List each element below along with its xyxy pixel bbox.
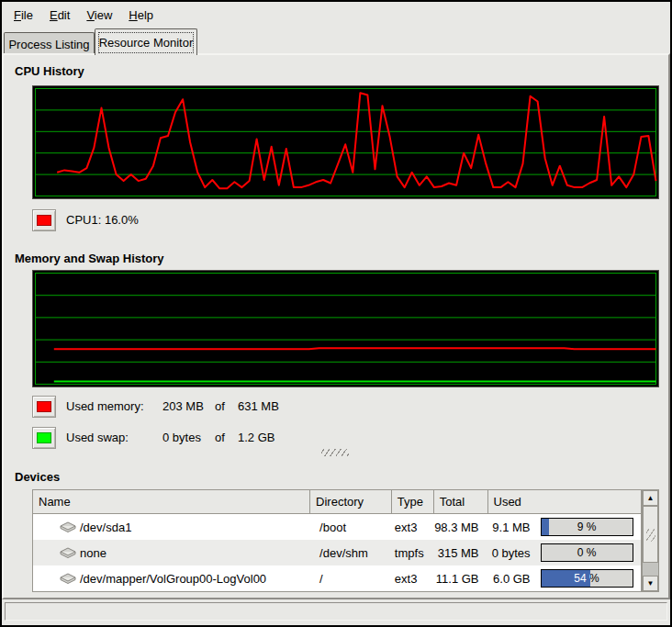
column-header-name[interactable]: Name [33, 490, 310, 513]
cpu-history-graph [32, 85, 659, 199]
device-used: 0 bytes [488, 546, 531, 560]
device-type: ext3 [392, 521, 434, 534]
tab-process-listing[interactable]: Process Listing [4, 32, 95, 55]
device-row-sda1[interactable]: /dev/sda1 /boot ext3 98.3 MB 9.1 MB 9 % … [33, 514, 641, 540]
used-swap-of: of [215, 427, 238, 449]
used-memory-total: 631 MB [238, 396, 279, 418]
device-type: ext3 [392, 572, 434, 586]
menu-file[interactable]: File [6, 6, 41, 25]
device-total: 11.1 GB [434, 572, 488, 586]
column-header-total[interactable]: Total [434, 490, 488, 513]
device-total: 315 MB [434, 546, 488, 560]
used-swap-color-swatch-icon [37, 432, 51, 443]
devices-table-header: Name Directory Type Total Used [33, 490, 641, 514]
devices-vertical-scrollbar[interactable]: ▲ ▼ [642, 489, 659, 592]
tab-strip: Process Listing Resource Monitor [2, 28, 670, 54]
system-monitor-window: File Edit View Help Process Listing Reso… [0, 0, 672, 627]
devices-title: Devices [15, 470, 60, 484]
devices-table: Name Directory Type Total Used /dev/sda1… [32, 489, 642, 592]
used-memory-color-swatch-icon [37, 401, 51, 412]
column-header-type[interactable]: Type [392, 490, 434, 513]
device-row-volgroup[interactable]: /dev/mapper/VolGroup00-LogVol00 / ext3 1… [33, 565, 641, 591]
cpu1-color-swatch-icon [37, 215, 51, 226]
scroll-up-arrow-icon[interactable]: ▲ [643, 490, 658, 506]
column-header-directory[interactable]: Directory [310, 490, 392, 513]
used-memory-of: of [215, 396, 238, 418]
memory-swap-title: Memory and Swap History [15, 252, 164, 265]
pane-resize-grip[interactable] [321, 449, 349, 456]
used-memory-legend: Used memory: 203 MB of 631 MB [66, 396, 279, 418]
disk-icon [60, 521, 76, 533]
disk-icon [60, 572, 76, 585]
device-name: /dev/sda1 [80, 521, 131, 534]
statusbar [5, 602, 667, 621]
disk-icon [60, 546, 76, 559]
menu-edit[interactable]: Edit [41, 6, 78, 25]
device-directory: /dev/shm [310, 546, 392, 560]
memory-swap-graph [32, 270, 659, 387]
device-row-none[interactable]: none /dev/shm tmpfs 315 MB 0 bytes 0 % 0… [33, 540, 641, 565]
used-swap-total: 1.2 GB [238, 427, 274, 449]
tab-resource-monitor[interactable]: Resource Monitor [95, 28, 197, 55]
device-directory: / [310, 572, 392, 586]
used-memory-label: Used memory: [66, 396, 162, 418]
used-swap-color-button[interactable] [32, 427, 56, 449]
device-used: 6.0 GB [488, 572, 531, 586]
menu-view[interactable]: View [78, 6, 120, 25]
used-memory-color-button[interactable] [32, 396, 56, 418]
column-header-used[interactable]: Used [488, 490, 641, 513]
menubar: File Edit View Help [2, 2, 670, 28]
usage-progressbar: 54 % 54 % [541, 569, 633, 588]
used-swap-legend: Used swap: 0 bytes of 1.2 GB [66, 427, 274, 449]
usage-progressbar: 9 % 9 % [541, 518, 633, 536]
device-type: tmpfs [392, 546, 434, 560]
memory-swap-chart [33, 271, 658, 386]
cpu1-legend-label: CPU1: 16.0% [66, 209, 139, 231]
device-directory: /boot [310, 521, 392, 534]
menu-help[interactable]: Help [120, 6, 162, 25]
used-swap-value: 0 bytes [162, 427, 215, 449]
scrollbar-thumb[interactable] [643, 506, 658, 563]
device-used: 9.1 MB [488, 521, 531, 534]
cpu-history-chart [33, 86, 658, 198]
scroll-down-arrow-icon[interactable]: ▼ [643, 576, 658, 591]
used-swap-label: Used swap: [66, 427, 162, 449]
cpu1-color-button[interactable] [32, 209, 56, 231]
usage-progressbar: 0 % 0 % [541, 543, 633, 562]
cpu-history-title: CPU History [15, 64, 84, 78]
device-total: 98.3 MB [434, 521, 488, 534]
device-name: none [80, 546, 106, 560]
device-name: /dev/mapper/VolGroup00-LogVol00 [80, 572, 266, 586]
used-memory-value: 203 MB [162, 396, 215, 418]
